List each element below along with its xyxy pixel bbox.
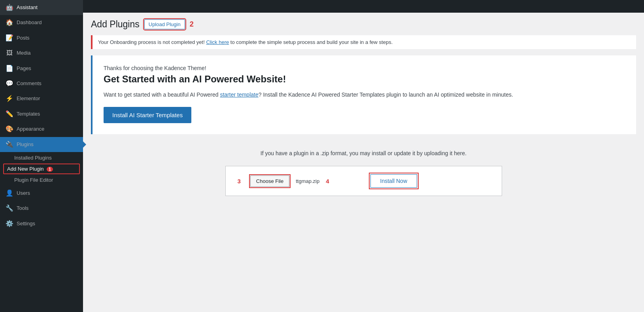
promo-sub: Thanks for choosing the Kadence Theme! (104, 65, 625, 71)
sidebar-item-label: Templates (17, 110, 40, 118)
tools-icon: 🔧 (6, 204, 13, 213)
step3-badge: 3 (238, 178, 241, 185)
add-new-badge: 1 (47, 167, 53, 172)
top-bar (83, 0, 644, 13)
sidebar-item-users[interactable]: 👤 Users (0, 186, 83, 201)
sidebar-item-label: Media (17, 49, 30, 57)
plugins-submenu: Installed Plugins Add New Plugin 1 Plugi… (0, 152, 83, 186)
starter-template-link[interactable]: starter template (220, 91, 258, 98)
pages-icon: 📄 (6, 64, 13, 73)
sidebar-item-templates[interactable]: ✏️ Templates (0, 107, 83, 122)
install-now-button[interactable]: Install Now (370, 174, 417, 188)
upload-desc: If you have a plugin in a .zip format, y… (91, 150, 636, 156)
sidebar-item-label: Comments (17, 80, 42, 87)
file-name-display: ttgmap.zip (296, 178, 319, 184)
users-icon: 👤 (6, 189, 13, 198)
templates-icon: ✏️ (6, 110, 13, 118)
sidebar-item-tools[interactable]: 🔧 Tools (0, 201, 83, 216)
notice-bar: Your Onboarding process is not completed… (91, 35, 636, 49)
sidebar-item-settings[interactable]: ⚙️ Settings (0, 216, 83, 231)
upload-plugin-button[interactable]: Upload Plugin (144, 19, 185, 29)
plugins-arrow (82, 141, 86, 148)
posts-icon: 📝 (6, 34, 13, 42)
sidebar-item-assistant[interactable]: 🤖 Assistant (0, 0, 83, 15)
page-header: Add Plugins Upload Plugin 2 (91, 19, 636, 30)
sidebar-item-label: Tools (17, 205, 28, 212)
sidebar-item-posts[interactable]: 📝 Posts (0, 30, 83, 46)
elementor-icon: ⚡ (6, 94, 13, 103)
sidebar-item-label: Plugins (17, 141, 34, 148)
sidebar-item-label: Users (17, 190, 30, 197)
sidebar-item-label: Dashboard (17, 19, 42, 26)
settings-icon: ⚙️ (6, 219, 13, 228)
page-title: Add Plugins (91, 19, 140, 30)
sidebar-item-label: Assistant (17, 4, 38, 11)
sidebar-item-pages[interactable]: 📄 Pages (0, 61, 83, 76)
notice-after: to complete the simple setup process and… (230, 39, 393, 45)
step4-badge: 4 (326, 178, 329, 185)
upload-section: If you have a plugin in a .zip format, y… (91, 142, 636, 204)
choose-file-button[interactable]: Choose File (250, 175, 289, 187)
installed-plugins-link[interactable]: Installed Plugins (0, 153, 83, 163)
promo-desc: Want to get started with a beautiful AI … (104, 90, 625, 99)
plugin-file-editor-link[interactable]: Plugin File Editor (0, 175, 83, 185)
dashboard-icon: 🏠 (6, 18, 13, 27)
sidebar-item-plugins[interactable]: 🔌 Plugins (0, 137, 83, 152)
promo-desc-after: ? Install the Kadence AI Powered Starter… (259, 91, 513, 98)
promo-desc-before: Want to get started with a beautiful AI … (104, 91, 220, 98)
upload-box: 3 Choose File ttgmap.zip 4 Install Now (225, 166, 502, 196)
step2-badge: 2 (190, 20, 194, 29)
sidebar-item-label: Posts (17, 34, 30, 42)
sidebar-item-label: Pages (17, 65, 31, 72)
notice-link[interactable]: Click here (206, 39, 229, 45)
sidebar-item-comments[interactable]: 💬 Comments (0, 76, 83, 91)
plugins-icon: 🔌 (6, 140, 13, 149)
sidebar-item-elementor[interactable]: ⚡ Elementor (0, 91, 83, 106)
notice-text: Your Onboarding process is not completed… (98, 39, 205, 45)
assistant-icon: 🤖 (6, 3, 13, 12)
sidebar-item-label: Elementor (17, 95, 40, 102)
appearance-icon: 🎨 (6, 125, 13, 133)
install-ai-starter-btn[interactable]: Install AI Starter Templates (104, 107, 191, 123)
sidebar-item-dashboard[interactable]: 🏠 Dashboard (0, 15, 83, 30)
comments-icon: 💬 (6, 79, 13, 88)
sidebar-item-label: Settings (17, 220, 35, 227)
promo-title: Get Started with an AI Powered Website! (104, 74, 625, 85)
sidebar-item-appearance[interactable]: 🎨 Appearance (0, 122, 83, 137)
add-new-plugin-link[interactable]: Add New Plugin 1 (3, 164, 80, 174)
sidebar-item-media[interactable]: 🖼 Media (0, 46, 83, 61)
media-icon: 🖼 (6, 49, 13, 57)
sidebar-item-label: Appearance (17, 126, 44, 133)
promo-box: Thanks for choosing the Kadence Theme! G… (91, 55, 636, 134)
